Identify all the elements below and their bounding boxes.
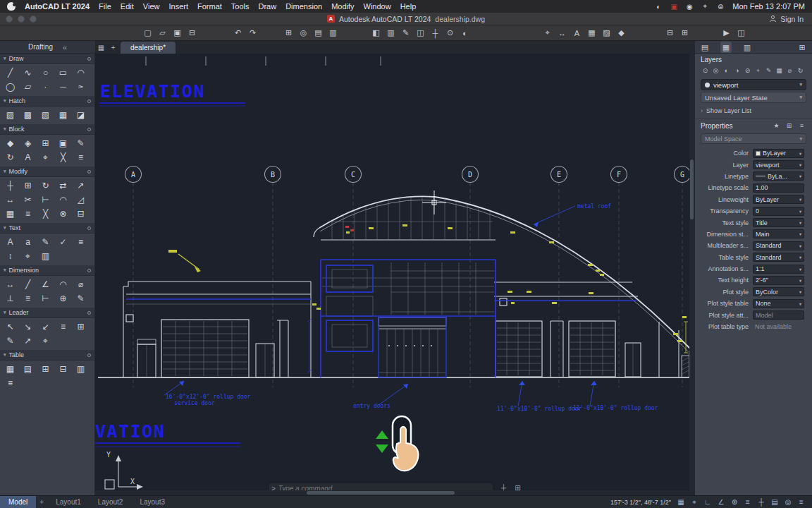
layers-palette-tab-icon[interactable]: ▤ (699, 42, 710, 53)
copy-tool-icon[interactable]: ⊞ (20, 179, 36, 192)
drawing-tab-dealership[interactable]: dealership* (121, 42, 176, 54)
continue-dimension-icon[interactable]: ⊢ (37, 291, 54, 305)
text-align-icon[interactable]: ≡ (73, 235, 89, 248)
rectangle-tool-icon[interactable]: ▭ (55, 66, 71, 79)
apple-menu-icon[interactable] (7, 2, 16, 11)
annotation-scale-icon[interactable]: ▤ (770, 497, 780, 507)
viewport-icon[interactable]: ◫ (414, 27, 427, 39)
new-drawing-tab-icon[interactable]: + (107, 42, 119, 53)
properties-palette-tab-icon[interactable]: ▦ (720, 42, 732, 53)
polar-icon[interactable]: ∠ (716, 497, 726, 507)
menu-edit[interactable]: Edit (121, 2, 134, 11)
write-block-icon[interactable]: ▣ (55, 136, 71, 150)
fillet-tool-icon[interactable]: ◠ (55, 193, 71, 206)
plot-icon[interactable]: ⊞ (282, 27, 295, 39)
move-tool-icon[interactable]: ┼ (2, 179, 18, 192)
menu-insert[interactable]: Insert (168, 2, 188, 11)
undo-icon[interactable]: ↶ (231, 27, 245, 39)
ungroup-icon[interactable]: ⊞ (678, 27, 691, 39)
horizontal-scrollbar[interactable] (95, 490, 689, 495)
orbit-icon[interactable]: ◐ (458, 27, 472, 39)
lineweight-value-dropdown[interactable]: ByLayer▾ (753, 195, 804, 204)
osnap-icon[interactable]: ⊕ (730, 497, 739, 507)
customize-icon[interactable]: ≡ (796, 497, 806, 507)
text-style-dropdown[interactable]: Title▾ (753, 218, 804, 227)
edit-layer-icon[interactable]: ✎ (764, 66, 773, 75)
lineweight-icon[interactable]: ≡ (743, 497, 753, 507)
section-header-block[interactable]: ▾ Block (0, 124, 94, 135)
insert-row-icon[interactable]: ⊞ (37, 362, 54, 375)
leader-style-icon[interactable]: ✎ (2, 334, 18, 347)
delete-row-icon[interactable]: ⊟ (55, 362, 71, 375)
purge-icon[interactable]: ╳ (55, 150, 71, 164)
share-drawing-icon[interactable]: ▶ (720, 27, 733, 39)
multileader-icon[interactable]: ↖ (2, 320, 18, 333)
insert-table-icon[interactable]: ▦ (2, 362, 18, 375)
diameter-dimension-icon[interactable]: ⌀ (73, 277, 89, 291)
show-layer-list-toggle[interactable]: › Show Layer List (695, 104, 812, 119)
app-menu[interactable]: AutoCAD LT 2024 (25, 2, 90, 11)
dimension-style-icon[interactable]: ✎ (73, 291, 89, 305)
text-columns-icon[interactable]: ▥ (37, 249, 54, 262)
plot-style-table-dropdown[interactable]: None▾ (753, 299, 804, 308)
table-style-dropdown[interactable]: Standard▾ (753, 253, 804, 262)
section-header-text[interactable]: ▾ Text (0, 223, 94, 234)
text-scale-icon[interactable]: ↕ (2, 249, 18, 262)
hatch-boundary-icon[interactable]: ▦ (55, 108, 71, 121)
open-file-icon[interactable]: ▱ (156, 27, 169, 39)
drawing-viewport[interactable]: ELEVATION VATION A B C (95, 54, 694, 495)
menu-window[interactable]: Window (364, 2, 391, 11)
zoom-window-button[interactable] (30, 16, 37, 23)
menu-format[interactable]: Format (197, 2, 222, 11)
pick-add-icon[interactable]: ⊞ (785, 121, 794, 130)
radius-dimension-icon[interactable]: ◠ (55, 277, 71, 291)
horizontal-scrollbar-thumb[interactable] (307, 491, 455, 495)
spline-tool-icon[interactable]: ≈ (73, 80, 89, 93)
menu-view[interactable]: View (143, 2, 160, 11)
array-tool-icon[interactable]: ▦ (2, 207, 18, 220)
pan-icon[interactable]: ┼ (429, 27, 442, 39)
stretch-tool-icon[interactable]: ↔ (2, 193, 18, 206)
dimension-icon[interactable]: ↔ (555, 27, 569, 39)
selection-dropdown[interactable]: Model Space ▾ (701, 133, 806, 144)
isolate-icon[interactable]: ◎ (783, 497, 793, 507)
quick-select-icon[interactable]: ★ (772, 121, 781, 130)
control-center-icon[interactable]: ⊜ (715, 1, 725, 11)
create-block-icon[interactable]: ◈ (20, 136, 36, 150)
join-tool-icon[interactable]: ⊟ (73, 207, 89, 220)
text-icon[interactable]: A (570, 27, 584, 39)
block-icon[interactable]: ◆ (615, 27, 628, 39)
tab-layout1[interactable]: Layout1 (47, 496, 90, 508)
layer-state-dropdown[interactable]: Unsaved Layer State ▾ (701, 92, 806, 103)
circle-tool-icon[interactable]: ○ (37, 66, 54, 79)
baseline-dimension-icon[interactable]: ≡ (20, 291, 36, 305)
match-properties-icon[interactable]: ✎ (399, 27, 412, 39)
section-header-leader[interactable]: ▾ Leader (0, 308, 94, 318)
plot-preview-icon[interactable]: ◎ (297, 27, 310, 39)
layer-off-icon[interactable]: ⊘ (743, 66, 752, 75)
vertical-scrollbar[interactable] (689, 54, 694, 495)
text-height-field[interactable]: 2'-6"▾ (753, 276, 804, 285)
snap-icon[interactable]: ⌖ (689, 497, 699, 507)
layer-refresh-icon[interactable]: ↻ (796, 66, 805, 75)
polygon-tool-icon[interactable]: ▱ (20, 80, 36, 93)
linetype-value-dropdown[interactable]: ByLa...▾ (753, 171, 804, 181)
explode-tool-icon[interactable]: ⊗ (55, 207, 71, 220)
leader-settings-icon[interactable]: ⌖ (37, 334, 54, 347)
focus-icon[interactable]: ◉ (684, 1, 694, 11)
blocks-palette-tab-icon[interactable]: ▥ (742, 42, 753, 53)
panel-overflow-icon[interactable]: ⊞ (796, 42, 808, 53)
edit-hatch-icon[interactable]: ◪ (73, 108, 89, 121)
panel-dot-icon[interactable] (87, 99, 91, 103)
annotation-scale-dropdown[interactable]: 1:1▾ (753, 265, 804, 274)
section-header-draw[interactable]: ▾ Draw (0, 54, 94, 64)
ellipse-tool-icon[interactable]: ◯ (2, 80, 18, 93)
scale-tool-icon[interactable]: ↗ (73, 179, 89, 192)
layer-value-dropdown[interactable]: viewport▾ (753, 160, 804, 169)
layer-freeze-icon[interactable]: ◎ (711, 66, 720, 75)
extend-tool-icon[interactable]: ⊢ (37, 193, 54, 206)
line-tool-icon[interactable]: ╱ (2, 66, 18, 79)
tab-model[interactable]: Model (0, 496, 36, 508)
remove-leader-icon[interactable]: ↙ (37, 320, 54, 333)
menu-draw[interactable]: Draw (259, 2, 277, 11)
